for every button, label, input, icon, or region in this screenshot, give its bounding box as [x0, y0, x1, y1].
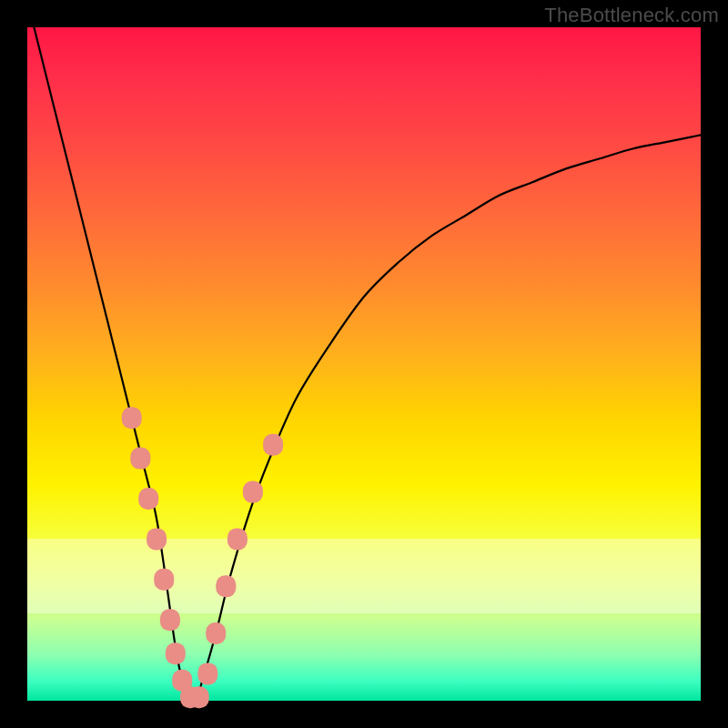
- watermark-text: TheBottleneck.com: [544, 4, 719, 27]
- marker-dot: [154, 569, 174, 591]
- marker-dot: [122, 407, 142, 429]
- chart-overlay: [27, 27, 701, 701]
- plot-area: [27, 27, 701, 701]
- bottleneck-curve: [34, 27, 701, 703]
- marker-dot: [147, 528, 167, 550]
- marker-dot: [130, 448, 150, 470]
- marker-dot: [197, 662, 217, 684]
- marker-dot: [243, 481, 263, 503]
- chart-frame: TheBottleneck.com: [0, 0, 728, 728]
- marker-dot: [189, 686, 209, 708]
- marker-dot: [216, 575, 236, 597]
- marker-dot: [228, 528, 248, 550]
- marker-dot: [263, 434, 283, 456]
- marker-dot: [138, 488, 158, 510]
- marker-dot: [166, 642, 186, 664]
- marker-dot: [206, 622, 226, 644]
- highlighted-points: [122, 407, 283, 708]
- marker-dot: [160, 609, 180, 631]
